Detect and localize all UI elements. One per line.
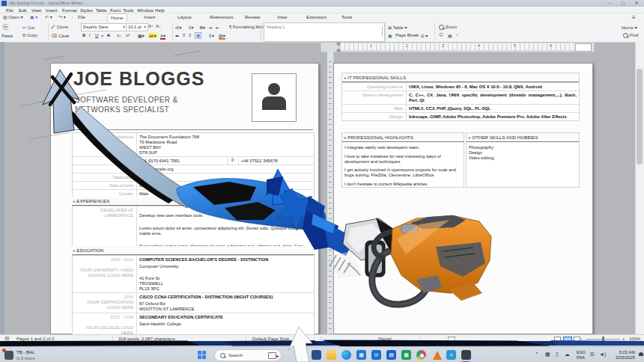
menu-table[interactable]: Table <box>96 7 107 13</box>
tab-file[interactable]: File <box>75 13 88 21</box>
menu-format[interactable]: Format <box>62 7 77 13</box>
tray-touch-icon[interactable]: ⊟ <box>590 352 595 358</box>
tray-usb-icon[interactable]: ▯ <box>556 352 559 358</box>
hamburger-menu-icon[interactable]: ≡ <box>632 14 636 21</box>
document-page-1[interactable]: JOE BLOGGS SOFTWARE DEVELOPER & NETWORKS… <box>50 63 319 334</box>
scrollbar-thumb[interactable] <box>637 69 643 165</box>
copy-button[interactable]: ⧉ Copy <box>22 33 37 38</box>
paste-button[interactable]: Paste <box>1 34 13 38</box>
document-page-2[interactable]: + IT PROFESSIONAL SKILLS Operating syste… <box>333 63 593 334</box>
horizontal-ruler[interactable]: 1 2 3 4 5 6 7 <box>321 42 595 52</box>
font-size-combo[interactable]: 10.1 pt▾ <box>126 23 148 31</box>
strikethrough-button[interactable]: S <box>107 33 110 37</box>
maximize-button[interactable]: ▢ <box>617 0 629 7</box>
bullet-list-icon[interactable]: •≡▾ <box>175 25 182 30</box>
menu-tools[interactable]: Tools <box>123 7 133 13</box>
tray-clock[interactable]: 5:03 AM9/25/2025 <box>608 350 635 360</box>
tab-insert[interactable]: Insert <box>141 13 158 21</box>
decrease-indent-icon[interactable]: ⇤ <box>216 25 219 30</box>
taskbar-excel-icon[interactable]: ▦ <box>401 350 411 360</box>
tab-extension[interactable]: Extension <box>303 13 329 21</box>
underline-dropdown-icon[interactable]: ▾ <box>101 33 103 38</box>
line-spacing-icon[interactable]: ⇕▾ <box>208 33 214 38</box>
menu-form[interactable]: Form <box>110 7 121 13</box>
formatting-marks-button[interactable]: ¶ Formatting Marks <box>229 25 268 29</box>
tab-view[interactable]: View <box>274 13 290 21</box>
tab-tools[interactable]: Tools <box>338 13 355 21</box>
edit-mode-icon[interactable]: ▤ <box>448 33 452 38</box>
taskbar-explorer-icon[interactable] <box>312 350 321 360</box>
redo-icon[interactable]: ↷ ▾ <box>58 14 66 21</box>
tray-speaker-icon[interactable]: ◄) <box>599 352 606 357</box>
taskbar-folder-icon[interactable] <box>326 350 336 360</box>
taskbar-active-app-icon[interactable] <box>461 350 471 360</box>
menu-edit[interactable]: Edit <box>19 7 27 13</box>
widget-weather-icon[interactable] <box>4 351 13 360</box>
taskbar-word-icon[interactable]: ▤ <box>386 350 396 360</box>
menu-file[interactable]: File <box>6 7 13 13</box>
page-break-button[interactable]: Page Break <box>395 33 419 37</box>
align-right-icon[interactable]: ≡ <box>189 33 192 37</box>
tab-home[interactable]: Home <box>107 13 127 22</box>
status-pages[interactable]: Pages 1 and 2 of 2 <box>16 337 54 341</box>
style-preview-name[interactable]: Heading 1 <box>267 25 285 29</box>
font-name-combo[interactable]: DejaVu Sans▾ <box>81 23 127 31</box>
status-wordcount[interactable]: 318 words, 2,087 characters <box>118 337 175 341</box>
subscript-button[interactable]: x₂ <box>117 33 121 37</box>
clone-button[interactable]: 🖉 Clone <box>51 25 68 29</box>
insert-image-icon[interactable]: ▣ <box>388 33 392 38</box>
paragraph-bg-icon[interactable]: ▧▾ <box>219 33 225 40</box>
ruler-right-margin[interactable] <box>575 43 592 52</box>
italic-button[interactable]: I <box>89 33 91 37</box>
menu-styles[interactable]: Styles <box>80 7 93 13</box>
zoom-button[interactable]: Zoom <box>439 25 457 30</box>
cut-button[interactable]: ✂ Cut <box>22 25 34 30</box>
taskbar-vlc-icon[interactable] <box>433 351 442 360</box>
styles-gallery-scrollbar[interactable] <box>382 26 383 37</box>
close-button[interactable]: ✕ <box>631 0 643 7</box>
minimize-button[interactable]: — <box>604 0 616 7</box>
menu-insert[interactable]: Insert <box>46 7 57 13</box>
tray-language[interactable]: ENGFRA <box>577 350 586 360</box>
widget-line2[interactable]: In 5 hours <box>16 356 34 361</box>
save-icon[interactable]: ▣ ▾ <box>30 14 37 21</box>
tray-chevron-icon[interactable]: ⌃ <box>535 352 539 358</box>
font-color-icon[interactable]: A▾ <box>160 33 165 40</box>
styles-gallery[interactable]: Heading 1 <box>264 22 385 42</box>
borders-icon[interactable]: ▦▾ <box>138 33 145 38</box>
zoom-out-icon[interactable]: − <box>580 337 583 341</box>
clear-button[interactable]: ⌫ Clear <box>51 33 70 38</box>
tab-references[interactable]: References <box>207 13 237 21</box>
status-language[interactable]: [None] <box>378 337 392 341</box>
tray-cloud-icon[interactable]: ☁ <box>565 352 570 358</box>
taskbar-store-icon[interactable]: ▦ <box>356 350 366 360</box>
taskbar-outlook-icon[interactable]: ✉ <box>371 350 381 360</box>
align-center-icon[interactable]: ≡ <box>183 33 186 37</box>
tray-notification-bell-icon[interactable] <box>639 352 643 356</box>
undo-icon[interactable]: ↶ ▾ <box>45 14 52 21</box>
track-changes-icon[interactable]: ◔ <box>455 33 458 37</box>
shrink-font-icon[interactable]: A↓ <box>156 24 161 28</box>
tab-layout[interactable]: Layout <box>174 13 195 21</box>
outline-list-icon[interactable]: ≣▾ <box>199 25 205 30</box>
find-button[interactable]: Find <box>623 33 638 38</box>
special-character-button[interactable]: Ω ▾ <box>421 33 428 38</box>
start-button[interactable] <box>198 351 207 360</box>
home-menu-button[interactable]: Home ▾ <box>622 25 637 30</box>
grow-font-icon[interactable]: A↑ <box>148 24 154 28</box>
indent-marker-bottom[interactable] <box>336 48 341 52</box>
tray-grid-icon[interactable]: ▦ <box>545 352 550 358</box>
taskbar-search[interactable]: Search <box>214 349 282 361</box>
justify-icon-active[interactable]: ≣ <box>195 32 201 39</box>
taskbar-edge-icon[interactable] <box>341 350 351 360</box>
tab-review[interactable]: Review <box>242 13 263 21</box>
taskbar-notes-icon[interactable]: ≡ <box>446 350 456 360</box>
zoom-slider-thumb[interactable] <box>602 337 604 342</box>
numbered-list-icon[interactable]: ≡▾ <box>189 25 194 30</box>
bold-button[interactable]: B <box>82 33 85 37</box>
zoom-in-icon[interactable]: + <box>622 337 625 341</box>
comment-icon[interactable]: 🗨 <box>439 33 443 37</box>
status-page-style[interactable]: Default Page Style <box>252 337 290 341</box>
superscript-button[interactable]: x² <box>126 33 130 37</box>
status-zoom-level[interactable]: 100% <box>629 337 640 341</box>
